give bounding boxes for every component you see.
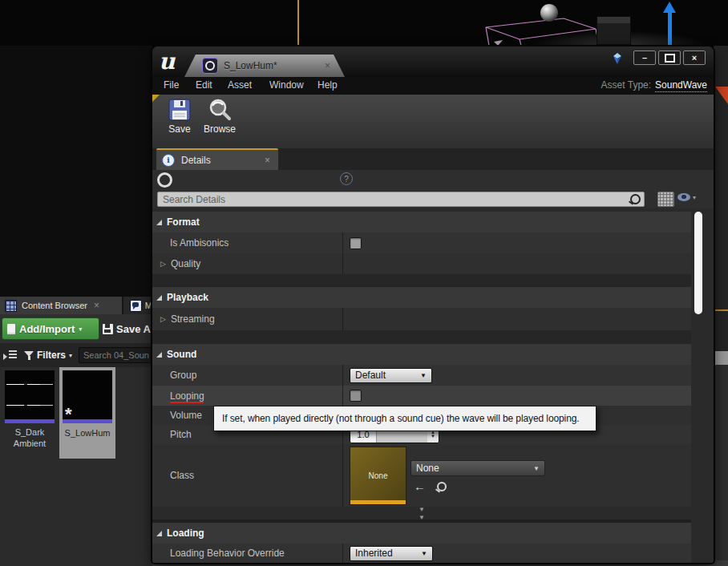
category-gap [152, 274, 691, 287]
asset-type-link[interactable]: SoundWave [655, 79, 707, 92]
chevron-down-icon: ▾ [79, 325, 82, 333]
lock-ring-icon[interactable] [157, 172, 172, 188]
save-all-button[interactable]: Save A [103, 319, 152, 338]
expanded-arrow-icon [156, 220, 162, 225]
looping-hover-underline [170, 402, 204, 403]
eye-icon [677, 193, 690, 201]
expanded-arrow-icon [156, 352, 162, 358]
is-ambisonics-checkbox[interactable] [350, 237, 362, 249]
category-playback[interactable]: Playback [152, 287, 691, 308]
tab-content-browser[interactable]: Content Browser × [0, 297, 122, 314]
use-selected-asset-icon[interactable]: ← [414, 480, 426, 492]
content-browser-search-input[interactable] [79, 347, 156, 363]
translate-gizmo-z-shaft[interactable] [668, 12, 672, 46]
expanded-arrow-icon [156, 531, 162, 536]
menu-help[interactable]: Help [317, 79, 338, 91]
category-sound[interactable]: Sound [152, 344, 691, 365]
close-button[interactable]: × [683, 51, 706, 65]
category-title: Playback [167, 292, 208, 303]
gem-icon [611, 52, 624, 65]
property-label: Group [152, 365, 343, 386]
menu-file[interactable]: File [164, 79, 179, 91]
chevron-down-icon: ▾ [693, 194, 696, 201]
viewport-corner-marker [715, 87, 728, 104]
row-quality[interactable]: ▷Quality [152, 253, 691, 274]
property-label: Loading Behavior Override [152, 544, 343, 563]
display-options-button[interactable] [657, 192, 674, 207]
group-value: Default [355, 370, 415, 381]
browse-to-asset-icon[interactable] [437, 482, 447, 491]
group-dropdown[interactable]: Default ▼ [350, 368, 432, 383]
window-titlebar[interactable]: u S_LowHum* × – × [152, 46, 714, 77]
minimize-button[interactable]: – [633, 51, 656, 65]
save-icon [103, 324, 113, 334]
class-asset-thumbnail[interactable]: None [350, 447, 406, 505]
maximize-button[interactable] [658, 51, 681, 65]
help-icon[interactable]: ? [340, 172, 353, 185]
class-type-bar [350, 500, 406, 504]
row-is-ambisonics: Is Ambisonics [152, 232, 691, 253]
occluded-panel-area [714, 365, 728, 566]
expander-arrow-icon: ▼ [419, 507, 425, 511]
add-import-button[interactable]: Add/Import ▾ [2, 317, 99, 340]
level-viewport[interactable] [0, 0, 728, 46]
soundwave-editor-window: u S_LowHum* × – × File Edit Asset Window [152, 46, 714, 563]
details-search-input[interactable] [157, 192, 645, 207]
category-format[interactable]: Format [152, 212, 691, 232]
content-browser-toolbar: Add/Import ▾ Save A [0, 314, 152, 343]
close-icon[interactable]: × [265, 155, 270, 166]
menu-asset[interactable]: Asset [228, 79, 252, 91]
details-header-row: ? [152, 170, 714, 191]
tab-label: Content Browser [22, 301, 87, 310]
content-browser-panel: Content Browser × M Add/Import ▾ Save A … [0, 297, 152, 566]
close-icon[interactable]: × [325, 60, 330, 71]
class-dropdown[interactable]: None ▼ [411, 460, 545, 476]
category-title: Loading [167, 528, 204, 539]
row-looping: Looping [152, 386, 691, 406]
property-label: Streaming [171, 313, 215, 325]
category-expander[interactable]: ▼ ▼ [152, 507, 691, 521]
details-search-row: ▾ [152, 191, 714, 208]
menu-window[interactable]: Window [269, 79, 304, 91]
translate-gizmo-z-icon[interactable] [663, 2, 676, 13]
asset-tile-s-lowhum[interactable]: * S_LowHum [59, 367, 115, 459]
panel-tabbar: i Details × [152, 148, 714, 170]
property-label: Looping [170, 390, 204, 402]
close-icon[interactable]: × [94, 300, 99, 311]
new-asset-icon [7, 324, 15, 334]
save-label: Save [168, 123, 190, 135]
details-scrollbar-thumb[interactable] [694, 212, 702, 314]
save-button[interactable]: Save [159, 98, 200, 146]
asset-tile-s-dark-ambient[interactable] [5, 370, 55, 423]
scene-sphere[interactable] [540, 4, 558, 22]
soundwave-type-bar [5, 419, 55, 423]
view-options-button[interactable]: ▾ [677, 193, 696, 201]
details-tab-label: Details [181, 155, 211, 166]
tab-message-log[interactable]: M [123, 297, 152, 314]
looping-checkbox[interactable] [350, 390, 362, 402]
waveform-line [6, 384, 53, 385]
chevron-down-icon: ▼ [421, 550, 427, 557]
loading-behavior-dropdown[interactable]: Inherited ▼ [350, 546, 433, 561]
asset-type-indicator: Asset Type: SoundWave [601, 79, 707, 92]
sources-panel-toggle-icon[interactable] [3, 350, 18, 361]
scene-cube[interactable] [597, 16, 631, 45]
asset-document-tab[interactable]: S_LowHum* × [184, 55, 345, 77]
collapsed-arrow-icon[interactable]: ▷ [160, 260, 166, 268]
chevron-down-icon: ▼ [533, 465, 540, 472]
editor-toolbar: Save Browse [152, 95, 714, 148]
collapsed-arrow-icon[interactable]: ▷ [160, 315, 166, 323]
menu-edit[interactable]: Edit [196, 79, 212, 91]
waveform-line [6, 405, 53, 406]
filters-label[interactable]: Filters [37, 350, 66, 361]
browse-button[interactable]: Browse [199, 98, 241, 146]
category-loading[interactable]: Loading [152, 523, 691, 544]
filter-funnel-icon[interactable] [24, 350, 34, 360]
tab-details[interactable]: i Details × [156, 148, 278, 170]
menu-bar: File Edit Asset Window Help Asset Type: … [152, 77, 714, 95]
row-streaming[interactable]: ▷Streaming [152, 308, 691, 330]
save-floppy-icon [168, 98, 192, 122]
chevron-down-icon: ▼ [420, 372, 427, 379]
chevron-down-icon[interactable]: ▾ [69, 352, 72, 359]
editor-background-right [714, 46, 728, 566]
